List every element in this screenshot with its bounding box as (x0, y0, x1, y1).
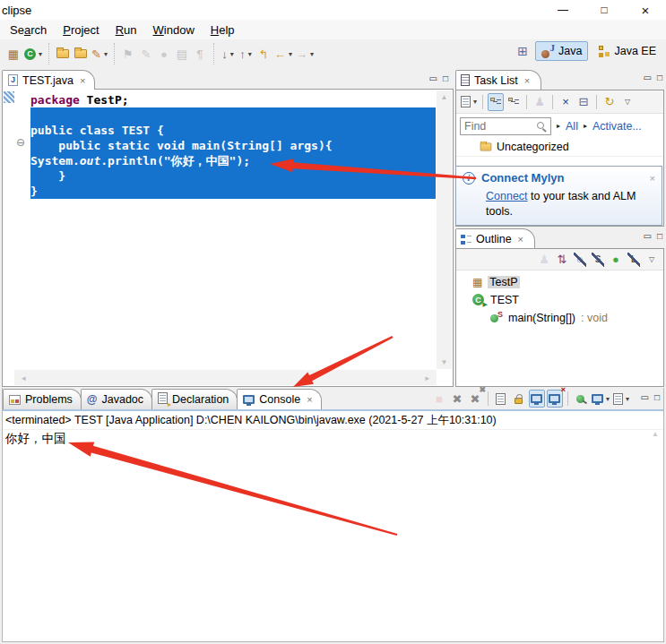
synchronize-icon[interactable]: ↻ (601, 93, 618, 111)
close-outline-icon[interactable]: × (518, 234, 523, 245)
static-decorator: S (497, 310, 503, 319)
next-annotation-icon[interactable]: ↓▾ (220, 45, 236, 63)
editor-vertical-scrollbar[interactable]: ▲ ▼ (437, 90, 452, 369)
new-java-class-icon-dropdown[interactable]: ▾ (39, 50, 42, 58)
display-console-icon-dropdown[interactable]: ▾ (606, 395, 610, 403)
console-output[interactable]: 你好，中国 (3, 430, 663, 448)
remove-all-launches-icon[interactable]: ✖✖ (467, 390, 483, 408)
menu-item-run[interactable]: Run (108, 21, 145, 39)
bottom-panel: Problems@Javadoc▸DeclarationConsole×■✖✖✖… (2, 388, 664, 642)
code-line: public class TEST { (30, 123, 436, 138)
close-window-button[interactable]: × (625, 0, 666, 20)
menu-item-help[interactable]: Help (203, 21, 243, 39)
minimize-outline-button[interactable]: ▭ (644, 232, 652, 241)
forward-icon[interactable]: →▾ (295, 45, 315, 63)
previous-annotation-icon[interactable]: ↑▾ (238, 45, 254, 63)
new-java-class-icon[interactable]: C▾ (23, 45, 43, 63)
code-area[interactable]: package TestP; public class TEST { publi… (30, 92, 436, 199)
mark-occurrences-icon: ✎ (138, 45, 154, 63)
clear-console-icon[interactable] (493, 390, 509, 408)
close-console-tab-icon[interactable]: × (307, 394, 312, 405)
open-file-icon[interactable] (73, 45, 89, 63)
display-console-icon[interactable]: ▾ (591, 390, 610, 408)
back-icon[interactable]: ←▾ (273, 45, 293, 63)
view-menu-icon[interactable]: ▽ (619, 93, 636, 111)
close-editor-tab-icon[interactable]: × (80, 75, 85, 86)
show-stderr-icon[interactable]: × (547, 390, 563, 408)
scroll-lock-icon[interactable] (511, 390, 527, 408)
open-console-icon-glyph (613, 393, 623, 405)
outline-item-main-string-[interactable]: Smain(String[]) : void (456, 309, 663, 327)
task-list-tab[interactable]: Task List × (455, 70, 541, 90)
minimize-editor-button[interactable]: ▭ (429, 74, 437, 83)
remove-launch-icon[interactable]: ✖ (449, 390, 465, 408)
console-scroll-up-icon[interactable]: ▲ (652, 430, 659, 438)
view-menu-icon-glyph: ▽ (649, 256, 654, 263)
maximize-editor-button[interactable]: □ (443, 74, 448, 83)
scroll-left-icon[interactable]: ◂ (22, 374, 26, 382)
hide-static-members-icon[interactable]: S (590, 251, 606, 269)
open-console-icon-dropdown[interactable]: ▾ (626, 395, 629, 403)
import-icon[interactable] (55, 45, 71, 63)
scroll-up-icon[interactable]: ▲ (441, 93, 448, 101)
display-console-icon-glyph (592, 394, 603, 403)
editor-horizontal-scrollbar[interactable]: ◂ ▸ (14, 370, 437, 385)
hide-non-public-icon[interactable]: ● (608, 251, 624, 269)
hide-completed-icon[interactable]: × (558, 93, 574, 111)
minimize-task-list-button[interactable]: ▭ (644, 73, 652, 82)
last-edit-location-icon[interactable]: ↰ (255, 45, 272, 63)
minimize-window-button[interactable]: — (542, 0, 584, 20)
close-popup-icon[interactable]: × (650, 173, 655, 184)
editor-body[interactable]: ⊖ package TestP; public class TEST { pub… (2, 89, 454, 387)
hide-fields-icon[interactable]: ○ (572, 251, 588, 269)
scheduled-view-icon[interactable] (506, 93, 522, 111)
open-console-icon[interactable]: ▾ (612, 390, 630, 408)
tab-declaration[interactable]: ▸Declaration (151, 389, 238, 409)
outline-tab[interactable]: Outline × (455, 228, 535, 248)
collapse-all-icon[interactable]: ⊟ (575, 93, 592, 111)
maximize-console-button[interactable]: □ (654, 393, 660, 402)
forward-icon-dropdown[interactable]: ▾ (310, 50, 314, 58)
outline-item-test[interactable]: C▶TEST (456, 291, 663, 309)
scroll-right-icon[interactable]: ▸ (425, 374, 429, 382)
pin-console-icon[interactable] (573, 390, 589, 408)
new-task-icon-dropdown[interactable]: ▾ (473, 98, 477, 106)
previous-annotation-icon-glyph: ↑ (239, 48, 246, 60)
view-menu-icon[interactable]: ▽ (644, 251, 660, 269)
sort-icon[interactable]: ⇅ (554, 251, 570, 269)
maximize-task-list-button[interactable]: □ (657, 73, 662, 82)
popup-body: Connect to your task and ALM tools. (463, 185, 655, 219)
show-stdout-icon[interactable] (529, 390, 545, 408)
open-perspective-icon[interactable]: ⊞ (515, 42, 531, 60)
task-list-link-all[interactable]: All (566, 120, 578, 133)
categorized-view-icon[interactable] (488, 93, 504, 111)
fold-collapse-icon[interactable]: ⊖ (16, 137, 25, 148)
uncategorized-row[interactable]: Uncategorized (456, 138, 663, 157)
menu-item-search[interactable]: Search (2, 21, 55, 39)
console-toolbar: ■✖✖✖×▾▾ (430, 390, 631, 408)
hide-local-types-icon[interactable]: L (626, 251, 642, 269)
back-icon-dropdown[interactable]: ▾ (289, 50, 292, 58)
maximize-window-button[interactable]: □ (584, 0, 625, 20)
next-annotation-icon-dropdown[interactable]: ▾ (230, 50, 234, 58)
external-tools-icon[interactable]: ✎▾ (91, 45, 108, 63)
menu-item-window[interactable]: Window (145, 21, 203, 39)
minimize-console-button[interactable]: ▭ (641, 393, 649, 402)
scroll-down-icon[interactable]: ▼ (441, 358, 448, 366)
tab-javadoc[interactable]: @Javadoc (81, 389, 152, 409)
connect-link[interactable]: Connect (486, 190, 528, 202)
task-list-link-activate[interactable]: Activate... (592, 120, 642, 133)
perspective-java-ee[interactable]: Java EE (592, 41, 662, 61)
maximize-outline-button[interactable]: □ (657, 232, 662, 241)
external-tools-icon-dropdown[interactable]: ▾ (104, 50, 108, 58)
new-task-icon[interactable]: ▾ (460, 93, 478, 111)
outline-item-testp[interactable]: ▦TestP (456, 273, 663, 291)
previous-annotation-icon-dropdown[interactable]: ▾ (248, 50, 252, 58)
tab-problems[interactable]: Problems (3, 389, 82, 409)
new-wizard-icon[interactable]: ▦ (5, 45, 22, 63)
menu-item-project[interactable]: Project (55, 21, 107, 39)
editor-tab-testjava[interactable]: J TEST.java × (2, 70, 95, 90)
close-task-list-icon[interactable]: × (524, 75, 530, 86)
tab-console[interactable]: Console× (237, 389, 321, 409)
perspective-java[interactable]: JJava (535, 41, 588, 61)
